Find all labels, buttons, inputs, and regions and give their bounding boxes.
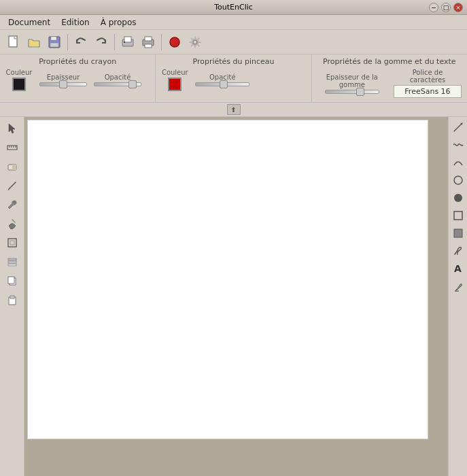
svg-rect-24 [8,261,16,263]
highlight-tool-button[interactable] [451,279,466,294]
freehand-tool-button[interactable] [451,243,466,258]
svg-rect-34 [454,211,462,220]
svg-line-30 [454,123,462,131]
titlebar-title: ToutEnClic [214,3,253,12]
font-label: Police de caractères [394,69,462,84]
gomme-thickness-label: Epaisseur de la gomme [317,73,387,88]
svg-rect-22 [10,241,14,245]
menu-edition[interactable]: Edition [56,16,95,29]
svg-rect-3 [50,43,58,47]
copy-button[interactable] [3,272,21,290]
print-preview-button[interactable] [118,33,137,52]
wave-tool-button[interactable] [451,137,466,152]
maximize-button[interactable]: □ [441,3,451,12]
crayon-props-row: Couleur Epaisseur Opacité [5,69,150,91]
wrench-button[interactable] [3,196,21,214]
close-button[interactable]: × [453,3,463,12]
ruler-tool-button[interactable] [3,139,21,156]
frame-button[interactable] [3,234,21,252]
sep2 [114,34,115,50]
print-button[interactable] [139,33,158,52]
crayon-thickness-thumb[interactable] [59,80,67,88]
svg-rect-21 [8,239,16,247]
open-button[interactable] [24,33,44,52]
svg-rect-2 [51,37,56,40]
pinceau-props-row: Couleur Opacité [161,69,305,91]
pointer-tool-button[interactable] [3,120,21,137]
settings-button[interactable] [186,33,205,52]
eraser-tool-button[interactable] [3,158,21,175]
pinceau-opacity-slider[interactable] [195,82,249,86]
svg-rect-35 [454,229,462,237]
svg-point-10 [170,37,179,47]
crayon-title: Propriétés du crayon [5,57,150,66]
svg-rect-19 [12,165,16,170]
gomme-title: Propriétés de la gomme et du texte [317,57,462,66]
pencil-tool-button[interactable] [3,177,21,194]
pinceau-color-label: Couleur [161,69,188,76]
circle-outline-button[interactable] [451,173,466,188]
text-tool-button[interactable]: A [451,261,466,276]
svg-rect-25 [8,264,16,266]
svg-rect-5 [124,37,131,42]
window-controls: − □ × [429,3,463,12]
new-button[interactable] [4,33,23,52]
square-outline-button[interactable] [451,208,466,223]
redo-button[interactable] [92,33,111,52]
undo-button[interactable] [71,33,90,52]
record-button[interactable] [165,33,184,52]
menu-apropos[interactable]: À propos [95,16,142,29]
svg-point-33 [454,194,462,202]
crayon-opacity-label: Opacité [104,73,131,81]
pinceau-panel: Propriétés du pinceau Couleur Opacité [156,54,311,102]
svg-point-11 [193,40,197,44]
gomme-thickness-slider[interactable] [325,90,379,94]
line-tool-button[interactable] [451,120,466,135]
layers-button[interactable] [3,253,21,271]
crayon-opacity-slider[interactable] [94,82,141,86]
crayon-color-swatch[interactable] [12,78,26,91]
svg-rect-27 [8,277,14,284]
curve-tool-button[interactable] [451,155,466,170]
svg-point-32 [454,176,462,184]
crayon-color-label: Couleur [5,69,33,76]
canvas-container [24,117,448,476]
bucket-button[interactable] [3,215,21,233]
sep3 [161,34,162,50]
pinceau-color-swatch[interactable] [168,78,181,91]
paste-button[interactable] [3,291,21,309]
collapse-row: ⬆ [0,103,467,117]
minimize-button[interactable]: − [429,3,438,12]
menu-document[interactable]: Document [3,16,56,29]
svg-rect-29 [10,296,14,299]
svg-rect-8 [145,37,152,41]
gomme-panel: Propriétés de la gomme et du texte Epais… [312,54,467,102]
gomme-props-row: Epaisseur de la gomme Police de caractèr… [317,69,462,98]
crayon-thickness-slider[interactable] [39,82,87,86]
canvas-scroll[interactable] [27,120,445,476]
square-filled-button[interactable] [451,226,466,241]
collapse-button[interactable]: ⬆ [227,104,241,115]
properties-bar: Propriétés du crayon Couleur Epaisseur O… [0,54,467,103]
svg-rect-9 [145,44,152,48]
svg-rect-23 [8,258,16,260]
main-area: A [0,117,467,476]
titlebar: ToutEnClic − □ × [0,0,467,15]
toolbar [0,30,467,54]
svg-line-20 [9,182,16,189]
font-selector[interactable]: FreeSans 16 [394,85,462,98]
crayon-panel: Propriétés du crayon Couleur Epaisseur O… [0,54,156,102]
drawing-canvas[interactable] [27,120,428,439]
menubar: Document Edition À propos [0,15,467,30]
left-toolbar [0,117,24,476]
pinceau-title: Propriétés du pinceau [161,57,305,66]
svg-rect-6 [124,41,125,43]
circle-filled-button[interactable] [451,190,466,205]
crayon-opacity-thumb[interactable] [128,80,137,88]
pinceau-opacity-thumb[interactable] [220,80,228,88]
save-button[interactable] [45,33,64,52]
right-toolbar: A [448,117,467,476]
gomme-thickness-thumb[interactable] [356,88,364,96]
sep1 [67,34,68,50]
